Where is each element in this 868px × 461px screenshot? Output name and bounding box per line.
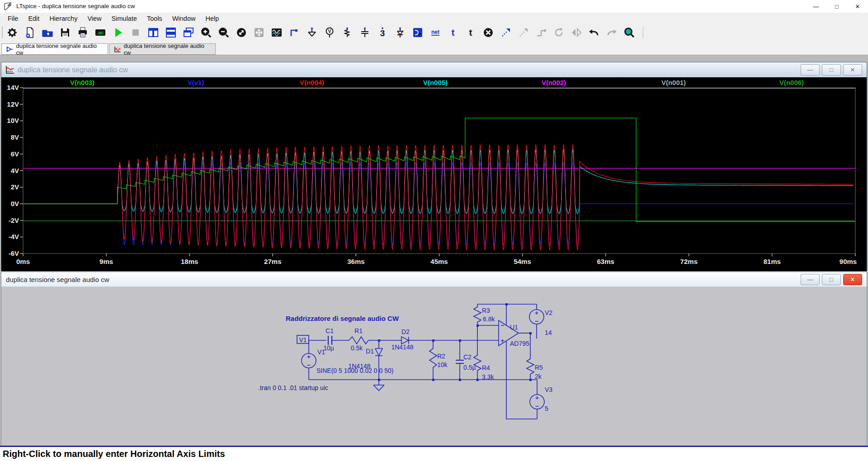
label-d1_value[interactable]: 1N4148 — [348, 362, 370, 370]
pan-icon[interactable] — [252, 26, 266, 39]
label-c2_value[interactable]: 0.5µ — [463, 364, 476, 371]
netlist-icon[interactable]: net — [429, 26, 442, 39]
legend-V(n004)[interactable]: V(n004) — [300, 79, 324, 86]
zoom-in-icon[interactable] — [199, 26, 213, 39]
schematic-maximize-button[interactable]: □ — [822, 274, 841, 285]
toolbar-grip[interactable] — [2, 27, 3, 38]
menu-edit[interactable]: Edit — [23, 13, 44, 25]
trace-V(v1)[interactable] — [23, 162, 854, 245]
label-r4_name[interactable]: R4 — [482, 364, 490, 372]
label-c2_name[interactable]: C2 — [463, 353, 472, 361]
wire-icon[interactable] — [288, 26, 301, 39]
trace-V(n004)[interactable] — [23, 144, 854, 250]
delete-icon[interactable] — [481, 26, 495, 39]
menu-help[interactable]: Help — [200, 13, 224, 25]
label-r5_name[interactable]: R5 — [535, 364, 543, 371]
print-icon[interactable] — [76, 26, 90, 39]
inductor-icon[interactable]: 3 — [376, 26, 389, 39]
legend-V(n003)[interactable]: V(n003) — [70, 79, 94, 86]
label-d1_name[interactable]: D1 — [366, 348, 374, 355]
label-c1_value[interactable]: 10µ — [323, 344, 334, 352]
label-d2_value[interactable]: 1N4148 — [391, 343, 413, 351]
tab-1-schematic-tab[interactable]: duplica tensione segnale audio cw — [1, 43, 108, 55]
copy-icon[interactable] — [517, 26, 530, 39]
trace-V(n003)[interactable] — [23, 118, 855, 221]
waveform-close-button[interactable]: ✕ — [843, 64, 862, 75]
net-label-icon[interactable]: V — [323, 26, 336, 39]
x-tick-label: 45ms — [430, 258, 448, 265]
label-v3_value[interactable]: 5 — [545, 405, 548, 412]
find-icon[interactable] — [623, 26, 636, 39]
schematic-close-button[interactable]: ✕ — [843, 274, 862, 285]
tile-vertical-icon[interactable] — [146, 26, 160, 39]
label-r4_value[interactable]: 3,3k — [482, 373, 494, 381]
label-r3_value[interactable]: 6.8k — [483, 315, 495, 323]
menu-hierarchy[interactable]: Hierarchy — [44, 13, 82, 25]
x-tick-label: 9ms — [99, 258, 113, 265]
tab-2-waveform-tab[interactable]: duplica tensione segnale audio cw — [109, 43, 216, 55]
schematic-window-title-bar[interactable]: duplica tensione segnale audio cw ― □ ✕ — [1, 272, 867, 287]
menu-bar: FileEditHierarchyViewSimulateToolsWindow… — [0, 13, 868, 25]
label-c1_name[interactable]: C1 — [326, 327, 334, 334]
spice-directive-icon[interactable]: t — [464, 26, 477, 39]
waveform-window-title-bar[interactable]: duplica tensione segnale audio cw ― □ ✕ — [1, 62, 867, 77]
label-r2_value[interactable]: 10k — [437, 361, 448, 368]
open-icon[interactable] — [41, 26, 54, 39]
label-u1_name[interactable]: U1 — [510, 324, 518, 331]
app-close-button[interactable]: ✕ — [847, 0, 868, 13]
waveform-plot-area[interactable]: V(n003)V(v1)V(n004)V(n005)V(n002)V(n001)… — [1, 77, 867, 271]
tile-horizontal-icon[interactable] — [164, 26, 178, 39]
rotate-icon[interactable] — [552, 26, 566, 39]
junction-dots — [378, 303, 532, 381]
label-r3_name[interactable]: R3 — [482, 307, 490, 314]
settings-icon[interactable] — [5, 26, 19, 39]
waveform-maximize-button[interactable]: □ — [822, 64, 841, 75]
label-r2_name[interactable]: R2 — [437, 353, 445, 360]
ac-analysis-icon[interactable]: .ac — [94, 26, 107, 39]
legend-V(n002)[interactable]: V(n002) — [542, 79, 566, 86]
ground-icon[interactable] — [305, 26, 319, 39]
run-icon[interactable] — [111, 26, 125, 39]
label-v2_name[interactable]: V2 — [545, 309, 552, 316]
label-d2_name[interactable]: D2 — [401, 328, 410, 335]
menu-view[interactable]: View — [82, 13, 106, 25]
label-r1_value[interactable]: 0.5k — [351, 344, 363, 352]
zoom-out-icon[interactable] — [217, 26, 231, 39]
schematic-canvas[interactable]: Raddrizzatore di segnale audio CW .tran … — [1, 287, 867, 446]
label-r5_value[interactable]: 2k — [535, 373, 542, 380]
label-v2_value[interactable]: 14 — [545, 329, 552, 336]
waveform-minimize-button[interactable]: ― — [801, 64, 820, 75]
legend-V(n006)[interactable]: V(n006) — [779, 79, 804, 86]
menu-simulate[interactable]: Simulate — [107, 13, 142, 25]
menu-file[interactable]: File — [3, 13, 23, 25]
redo-icon[interactable] — [605, 26, 618, 39]
label-v1_flag[interactable]: V1 — [299, 336, 307, 343]
app-maximize-button[interactable]: □ — [826, 0, 847, 13]
drag-icon[interactable] — [534, 26, 548, 39]
y-tick-label: 4V — [11, 167, 19, 174]
menu-window[interactable]: Window — [167, 13, 201, 25]
text-comment-icon[interactable]: t — [446, 26, 460, 39]
move-icon[interactable] — [499, 26, 513, 39]
resistor-icon[interactable] — [340, 26, 354, 39]
undo-icon[interactable] — [587, 26, 601, 39]
new-schematic-icon[interactable] — [23, 26, 37, 39]
app-minimize-button[interactable]: ― — [806, 0, 826, 13]
label-u1_value[interactable]: AD795 — [510, 340, 529, 347]
cascade-icon[interactable] — [182, 26, 195, 39]
save-icon[interactable] — [58, 26, 72, 39]
legend-V(n001)[interactable]: V(n001) — [661, 79, 686, 86]
label-v3_name[interactable]: V3 — [545, 386, 552, 393]
waveform-icon[interactable] — [270, 26, 283, 39]
menu-tools[interactable]: Tools — [142, 13, 167, 25]
legend-V(v1)[interactable]: V(v1) — [188, 79, 204, 86]
mirror-icon[interactable] — [570, 26, 583, 39]
label-r1_name[interactable]: R1 — [354, 327, 363, 334]
component-icon[interactable] — [411, 26, 425, 39]
zoom-extents-icon[interactable] — [235, 26, 248, 39]
legend-V(n005)[interactable]: V(n005) — [423, 79, 448, 86]
halt-icon[interactable] — [129, 26, 142, 39]
diode-icon[interactable] — [393, 26, 407, 39]
capacitor-icon[interactable] — [358, 26, 372, 39]
schematic-minimize-button[interactable]: ― — [801, 274, 820, 285]
